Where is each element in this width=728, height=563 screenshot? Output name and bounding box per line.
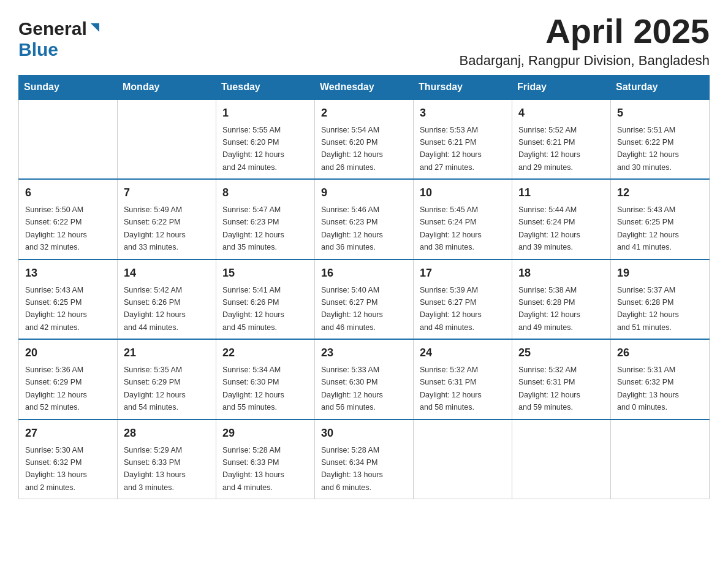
day-info: Sunrise: 5:50 AM Sunset: 6:22 PM Dayligh… [25, 205, 87, 251]
calendar-day-14: 14Sunrise: 5:42 AM Sunset: 6:26 PM Dayli… [118, 259, 216, 340]
calendar-day-8: 8Sunrise: 5:47 AM Sunset: 6:23 PM Daylig… [216, 179, 315, 259]
day-number: 26 [617, 345, 704, 361]
day-number: 4 [518, 105, 605, 121]
day-info: Sunrise: 5:28 AM Sunset: 6:33 PM Dayligh… [222, 446, 284, 492]
calendar-day-15: 15Sunrise: 5:41 AM Sunset: 6:26 PM Dayli… [216, 259, 315, 340]
day-info: Sunrise: 5:55 AM Sunset: 6:20 PM Dayligh… [222, 126, 284, 172]
day-number: 13 [25, 265, 112, 282]
svg-marker-0 [91, 23, 99, 32]
calendar-header-row: SundayMondayTuesdayWednesdayThursdayFrid… [19, 75, 710, 99]
day-number: 12 [617, 185, 704, 201]
page-header: General Blue April 2025 Badarganj, Rangp… [18, 12, 710, 69]
calendar-day-17: 17Sunrise: 5:39 AM Sunset: 6:27 PM Dayli… [414, 259, 512, 340]
calendar-empty-cell [118, 99, 216, 180]
calendar-day-22: 22Sunrise: 5:34 AM Sunset: 6:30 PM Dayli… [216, 339, 315, 419]
day-info: Sunrise: 5:28 AM Sunset: 6:34 PM Dayligh… [321, 446, 383, 492]
day-number: 17 [420, 265, 507, 282]
calendar-day-19: 19Sunrise: 5:37 AM Sunset: 6:28 PM Dayli… [611, 259, 710, 340]
day-info: Sunrise: 5:52 AM Sunset: 6:21 PM Dayligh… [518, 126, 580, 172]
day-number: 20 [25, 345, 112, 361]
calendar-header-saturday: Saturday [611, 75, 710, 99]
title-section: April 2025 Badarganj, Rangpur Division, … [460, 12, 710, 69]
calendar-day-5: 5Sunrise: 5:51 AM Sunset: 6:22 PM Daylig… [611, 99, 710, 180]
day-info: Sunrise: 5:42 AM Sunset: 6:26 PM Dayligh… [124, 286, 186, 332]
day-info: Sunrise: 5:40 AM Sunset: 6:27 PM Dayligh… [321, 286, 383, 332]
logo-general-text: General [18, 18, 87, 39]
calendar-day-18: 18Sunrise: 5:38 AM Sunset: 6:28 PM Dayli… [512, 259, 611, 340]
calendar-day-3: 3Sunrise: 5:53 AM Sunset: 6:21 PM Daylig… [414, 99, 512, 180]
day-number: 29 [222, 425, 309, 442]
day-info: Sunrise: 5:35 AM Sunset: 6:29 PM Dayligh… [124, 366, 186, 412]
day-info: Sunrise: 5:30 AM Sunset: 6:32 PM Dayligh… [25, 446, 87, 492]
day-info: Sunrise: 5:32 AM Sunset: 6:31 PM Dayligh… [518, 366, 580, 412]
day-number: 14 [124, 265, 211, 282]
calendar-week-row: 27Sunrise: 5:30 AM Sunset: 6:32 PM Dayli… [19, 419, 710, 499]
calendar-day-10: 10Sunrise: 5:45 AM Sunset: 6:24 PM Dayli… [414, 179, 512, 259]
calendar-empty-cell [512, 419, 611, 499]
calendar-day-16: 16Sunrise: 5:40 AM Sunset: 6:27 PM Dayli… [315, 259, 414, 340]
day-number: 8 [222, 185, 309, 201]
day-number: 25 [518, 345, 605, 361]
day-number: 23 [321, 345, 408, 361]
day-info: Sunrise: 5:29 AM Sunset: 6:33 PM Dayligh… [124, 446, 186, 492]
calendar-day-24: 24Sunrise: 5:32 AM Sunset: 6:31 PM Dayli… [414, 339, 512, 419]
day-number: 27 [25, 425, 112, 442]
day-info: Sunrise: 5:45 AM Sunset: 6:24 PM Dayligh… [420, 205, 482, 251]
calendar-day-13: 13Sunrise: 5:43 AM Sunset: 6:25 PM Dayli… [19, 259, 118, 340]
calendar-header-friday: Friday [512, 75, 611, 99]
calendar-day-23: 23Sunrise: 5:33 AM Sunset: 6:30 PM Dayli… [315, 339, 414, 419]
day-info: Sunrise: 5:34 AM Sunset: 6:30 PM Dayligh… [222, 366, 284, 412]
calendar-header-tuesday: Tuesday [216, 75, 315, 99]
calendar-day-9: 9Sunrise: 5:46 AM Sunset: 6:23 PM Daylig… [315, 179, 414, 259]
calendar-header-wednesday: Wednesday [315, 75, 414, 99]
day-info: Sunrise: 5:37 AM Sunset: 6:28 PM Dayligh… [617, 286, 679, 332]
day-info: Sunrise: 5:38 AM Sunset: 6:28 PM Dayligh… [518, 286, 580, 332]
calendar-day-29: 29Sunrise: 5:28 AM Sunset: 6:33 PM Dayli… [216, 419, 315, 499]
logo: General Blue [18, 12, 102, 60]
day-number: 10 [420, 185, 507, 201]
day-info: Sunrise: 5:49 AM Sunset: 6:22 PM Dayligh… [124, 205, 186, 251]
calendar-day-4: 4Sunrise: 5:52 AM Sunset: 6:21 PM Daylig… [512, 99, 611, 180]
day-info: Sunrise: 5:53 AM Sunset: 6:21 PM Dayligh… [420, 126, 482, 172]
calendar-week-row: 6Sunrise: 5:50 AM Sunset: 6:22 PM Daylig… [19, 179, 710, 259]
day-number: 3 [420, 105, 507, 121]
calendar-day-25: 25Sunrise: 5:32 AM Sunset: 6:31 PM Dayli… [512, 339, 611, 419]
calendar-table: SundayMondayTuesdayWednesdayThursdayFrid… [18, 75, 710, 500]
calendar-week-row: 1Sunrise: 5:55 AM Sunset: 6:20 PM Daylig… [19, 99, 710, 180]
day-number: 6 [25, 185, 112, 201]
calendar-day-20: 20Sunrise: 5:36 AM Sunset: 6:29 PM Dayli… [19, 339, 118, 419]
day-number: 7 [124, 185, 211, 201]
calendar-day-27: 27Sunrise: 5:30 AM Sunset: 6:32 PM Dayli… [19, 419, 118, 499]
calendar-day-30: 30Sunrise: 5:28 AM Sunset: 6:34 PM Dayli… [315, 419, 414, 499]
day-info: Sunrise: 5:39 AM Sunset: 6:27 PM Dayligh… [420, 286, 482, 332]
calendar-day-6: 6Sunrise: 5:50 AM Sunset: 6:22 PM Daylig… [19, 179, 118, 259]
day-number: 16 [321, 265, 408, 282]
calendar-header-thursday: Thursday [414, 75, 512, 99]
day-number: 24 [420, 345, 507, 361]
calendar-week-row: 13Sunrise: 5:43 AM Sunset: 6:25 PM Dayli… [19, 259, 710, 340]
calendar-week-row: 20Sunrise: 5:36 AM Sunset: 6:29 PM Dayli… [19, 339, 710, 419]
day-number: 30 [321, 425, 408, 442]
day-number: 5 [617, 105, 704, 121]
day-info: Sunrise: 5:31 AM Sunset: 6:32 PM Dayligh… [617, 366, 679, 412]
calendar-day-11: 11Sunrise: 5:44 AM Sunset: 6:24 PM Dayli… [512, 179, 611, 259]
day-info: Sunrise: 5:47 AM Sunset: 6:23 PM Dayligh… [222, 205, 284, 251]
calendar-empty-cell [414, 419, 512, 499]
day-info: Sunrise: 5:32 AM Sunset: 6:31 PM Dayligh… [420, 366, 482, 412]
calendar-header-monday: Monday [118, 75, 216, 99]
day-info: Sunrise: 5:43 AM Sunset: 6:25 PM Dayligh… [25, 286, 87, 332]
day-info: Sunrise: 5:41 AM Sunset: 6:26 PM Dayligh… [222, 286, 284, 332]
day-number: 11 [518, 185, 605, 201]
calendar-day-21: 21Sunrise: 5:35 AM Sunset: 6:29 PM Dayli… [118, 339, 216, 419]
day-info: Sunrise: 5:43 AM Sunset: 6:25 PM Dayligh… [617, 205, 679, 251]
calendar-day-26: 26Sunrise: 5:31 AM Sunset: 6:32 PM Dayli… [611, 339, 710, 419]
day-number: 1 [222, 105, 309, 121]
day-number: 19 [617, 265, 704, 282]
calendar-day-7: 7Sunrise: 5:49 AM Sunset: 6:22 PM Daylig… [118, 179, 216, 259]
day-info: Sunrise: 5:51 AM Sunset: 6:22 PM Dayligh… [617, 126, 679, 172]
calendar-empty-cell [19, 99, 118, 180]
day-info: Sunrise: 5:54 AM Sunset: 6:20 PM Dayligh… [321, 126, 383, 172]
day-number: 21 [124, 345, 211, 361]
calendar-day-12: 12Sunrise: 5:43 AM Sunset: 6:25 PM Dayli… [611, 179, 710, 259]
calendar-day-1: 1Sunrise: 5:55 AM Sunset: 6:20 PM Daylig… [216, 99, 315, 180]
